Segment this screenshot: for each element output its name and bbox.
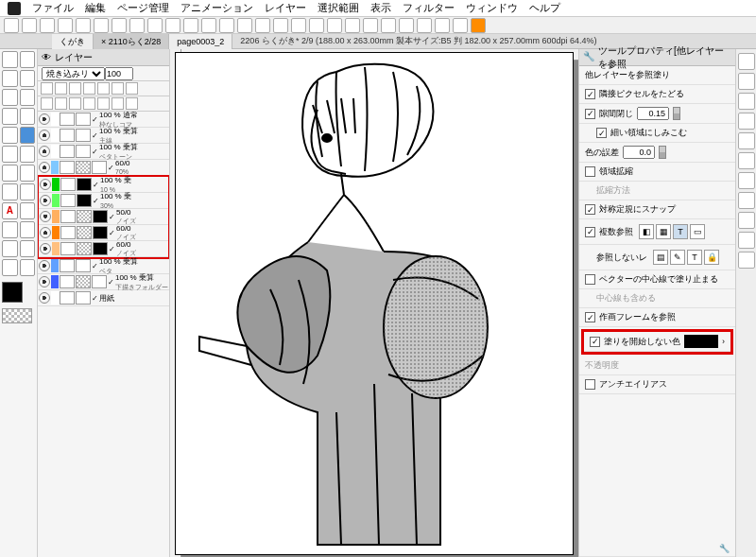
menu-layer[interactable]: レイヤー [265, 1, 306, 15]
visibility-toggle-icon[interactable] [40, 243, 51, 254]
layer-color-swatch[interactable] [52, 226, 60, 239]
tool-icon[interactable] [20, 183, 36, 200]
layer-row[interactable]: ✓60/0ノイズ [39, 225, 168, 241]
visibility-toggle-icon[interactable] [39, 146, 50, 157]
layer-tool-btn[interactable] [41, 97, 53, 110]
side-tool-icon[interactable] [738, 93, 755, 110]
toolbar-btn[interactable] [112, 18, 127, 33]
layer-tool-btn[interactable] [97, 97, 110, 110]
prop-no-start-color[interactable]: 塗りを開始しない色 › [584, 332, 730, 352]
layer-tool-btn[interactable] [69, 97, 81, 110]
notrefer-btn[interactable]: ▤ [653, 250, 668, 265]
toolbar-btn[interactable] [237, 18, 252, 33]
tool-icon[interactable] [2, 89, 18, 106]
tool-icon[interactable] [2, 70, 18, 87]
menu-view[interactable]: 表示 [370, 1, 391, 15]
tool-icon[interactable] [2, 127, 18, 144]
tool-icon[interactable] [20, 51, 36, 68]
layer-tool-btn[interactable] [112, 97, 124, 110]
visibility-toggle-icon[interactable] [40, 227, 51, 238]
color-swatch-black[interactable] [684, 335, 718, 348]
side-tool-icon[interactable] [738, 232, 755, 249]
tool-icon[interactable] [2, 51, 18, 68]
layer-tool-btn[interactable] [69, 82, 81, 95]
visibility-toggle-icon[interactable] [39, 162, 50, 173]
side-tool-icon[interactable] [738, 192, 755, 209]
layer-tool-btn[interactable] [83, 97, 95, 110]
prop-multi-refer[interactable]: 複数参照 ◧ ▦ T ▭ [579, 219, 735, 245]
text-tool-icon[interactable]: A [2, 202, 18, 219]
prop-not-refer[interactable]: 参照しないレ ▤ ✎ T 🔒 [579, 245, 735, 270]
layer-color-swatch[interactable] [51, 129, 59, 142]
layer-color-swatch[interactable] [52, 194, 60, 207]
layer-tool-btn[interactable] [83, 82, 95, 95]
prop-adjacent-pixel[interactable]: 隣接ピクセルをたどる [579, 85, 735, 104]
tool-icon[interactable] [2, 165, 18, 182]
prop-vector-center[interactable]: ベクターの中心線で塗り止まる [579, 270, 735, 289]
layer-tool-btn[interactable] [126, 97, 138, 110]
layer-row[interactable]: ✓60/0ノイズ [39, 241, 168, 257]
layer-tool-btn[interactable] [55, 82, 67, 95]
layer-tool-btn[interactable] [112, 82, 124, 95]
toolbar-btn[interactable] [58, 18, 73, 33]
tool-icon[interactable] [2, 146, 18, 163]
visibility-toggle-icon[interactable] [40, 179, 51, 190]
layer-row[interactable]: ✓60/070% [38, 160, 169, 176]
tool-icon[interactable] [2, 183, 18, 200]
visibility-toggle-icon[interactable] [39, 276, 50, 287]
toolbar-btn[interactable] [165, 18, 180, 33]
visibility-toggle-icon[interactable] [39, 113, 50, 125]
layer-tool-btn[interactable] [55, 97, 67, 110]
tool-icon[interactable] [20, 108, 36, 125]
toolbar-btn[interactable] [399, 18, 414, 33]
toolbar-btn[interactable] [291, 18, 306, 33]
tool-icon[interactable] [20, 165, 36, 182]
tool-icon[interactable] [20, 146, 36, 163]
layer-tool-btn[interactable] [41, 82, 53, 95]
refer-btn[interactable]: ▭ [690, 224, 705, 239]
side-tool-icon[interactable] [738, 73, 755, 90]
visibility-toggle-icon[interactable] [39, 260, 50, 271]
toolbar-btn[interactable] [40, 18, 55, 33]
chevron-right-icon[interactable]: › [722, 337, 725, 346]
toolbar-btn[interactable] [381, 18, 396, 33]
layer-row[interactable]: ✓100 % 乗30% [39, 193, 168, 209]
toolbar-btn[interactable] [327, 18, 342, 33]
notrefer-btn[interactable]: T [687, 250, 702, 265]
layer-color-swatch[interactable] [52, 242, 60, 255]
visibility-toggle-icon[interactable] [39, 292, 50, 304]
prop-antialias[interactable]: アンチエイリアス [579, 375, 735, 394]
tool-icon[interactable] [20, 240, 36, 257]
menu-help[interactable]: ヘルプ [529, 1, 560, 15]
spinner[interactable] [673, 107, 680, 120]
pattern-swatch[interactable] [2, 308, 32, 323]
toolbar-btn[interactable] [22, 18, 37, 33]
toolbar-btn[interactable] [309, 18, 324, 33]
layer-row[interactable]: ✓用紙 [38, 290, 169, 306]
toolbar-btn[interactable] [453, 18, 468, 33]
toolbar-btn[interactable] [94, 18, 109, 33]
prop-close-gap[interactable]: 隙間閉じ [579, 104, 735, 124]
menu-window[interactable]: ウィンドウ [466, 1, 518, 15]
toolbar-btn[interactable] [147, 18, 163, 33]
layer-color-swatch[interactable] [51, 259, 59, 272]
tool-icon[interactable] [20, 202, 36, 219]
bucket-tool-icon[interactable] [20, 127, 36, 144]
prop-draw-frame[interactable]: 作画フレームを参照 [579, 308, 735, 327]
tool-icon[interactable] [20, 259, 36, 276]
layer-color-swatch[interactable] [52, 210, 60, 223]
canvas-area[interactable] [170, 49, 578, 557]
toolbar-btn[interactable] [76, 18, 91, 33]
tool-icon[interactable] [2, 221, 18, 238]
prop-narrow-area[interactable]: 細い領域にしみこむ [579, 124, 735, 143]
doc-tab[interactable]: くがき [52, 34, 94, 49]
layer-color-swatch[interactable] [51, 161, 59, 174]
side-tool-icon[interactable] [738, 113, 755, 130]
notrefer-btn[interactable]: 🔒 [704, 250, 719, 265]
tool-icon[interactable] [2, 108, 18, 125]
visibility-toggle-icon[interactable] [40, 211, 51, 222]
doc-tab[interactable]: page0003_2 [169, 34, 232, 49]
tool-icon[interactable] [2, 259, 18, 276]
opacity-input[interactable] [105, 67, 133, 80]
prop-snap-symmetry[interactable]: 対称定規にスナップ [579, 200, 735, 219]
